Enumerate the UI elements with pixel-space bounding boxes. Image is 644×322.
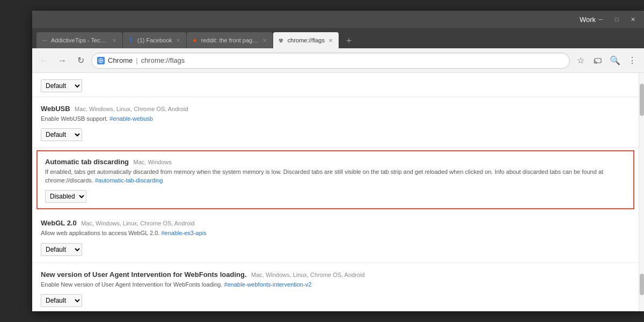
flag-desc-auto-tab-discard: If enabled, tabs get automatically disca… — [45, 168, 626, 185]
back-button[interactable]: ← — [36, 53, 52, 68]
flag-section-webgl2: WebGL 2.0 Mac, Windows, Linux, Chrome OS… — [32, 211, 639, 262]
url-site-name: Chrome — [108, 56, 133, 64]
flag-section-auto-tab-discard: Automatic tab discarding Mac, Windows If… — [36, 150, 634, 209]
scrollbar[interactable] — [639, 73, 644, 311]
flag-section-webfonts: New version of User Agent Intervention f… — [32, 263, 639, 311]
tab-favicon-flags: ☢ — [277, 36, 285, 44]
tab-close-facebook[interactable]: ✕ — [174, 36, 182, 44]
chrome-window: Work ─ □ ✕ ··· AddictiveTips - Tech tips… — [32, 11, 644, 311]
tab-facebook[interactable]: f (1) Facebook ✕ — [123, 32, 186, 48]
content-area: Default Enabled Disabled WebUSB Mac, Win… — [32, 73, 644, 311]
flag-link-auto-tab-discard[interactable]: #automatic-tab-discarding — [95, 177, 163, 184]
tab-close-reddit[interactable]: ✕ — [261, 36, 268, 44]
flag-dropdown-webusb[interactable]: Default Enabled Disabled — [41, 128, 82, 141]
flag-platform-webusb: Mac, Windows, Linux, Chrome OS, Android — [75, 106, 188, 112]
tab-close-flags[interactable]: ✕ — [327, 36, 334, 44]
tab-bar: ··· AddictiveTips - Tech tips ✕ f (1) Fa… — [32, 28, 644, 48]
tab-favicon-additivetips: ··· — [41, 36, 48, 44]
flag-platform-auto-tab-discard: Mac, Windows — [133, 159, 172, 165]
menu-button[interactable]: ⋮ — [625, 53, 640, 68]
flag-platform-webfonts: Mac, Windows, Linux, Chrome OS, Android — [251, 272, 365, 278]
tab-close-additivetips[interactable]: ✕ — [111, 36, 118, 44]
tab-favicon-facebook: f — [127, 36, 135, 44]
flag-name-webusb: WebUSB — [41, 105, 70, 113]
site-icon — [97, 57, 105, 64]
flag-link-webfonts[interactable]: #enable-webfonts-intervention-v2 — [224, 281, 312, 288]
tab-title-reddit: reddit: the front page of — [201, 37, 259, 43]
tab-reddit[interactable]: ● reddit: the front page of ✕ — [187, 32, 273, 48]
close-button[interactable]: ✕ — [626, 14, 640, 24]
flag-header-webgl2: WebGL 2.0 Mac, Windows, Linux, Chrome OS… — [41, 218, 630, 228]
window-controls: ─ □ ✕ — [594, 14, 640, 24]
flag-desc-webgl2: Allow web applications to access WebGL 2… — [41, 229, 630, 237]
flag-desc-webusb: Enable WebUSB support. #enable-webusb — [41, 115, 630, 123]
url-bar[interactable]: Chrome | chrome://flags — [91, 53, 570, 69]
top-dropdown[interactable]: Default Enabled Disabled — [41, 79, 82, 92]
flag-name-webgl2: WebGL 2.0 — [41, 219, 77, 227]
scrollbar-thumb-top — [640, 84, 644, 116]
scrollbar-thumb-bottom — [640, 274, 644, 295]
flag-section-webusb: WebUSB Mac, Windows, Linux, Chrome OS, A… — [32, 97, 639, 148]
maximize-button[interactable]: □ — [610, 14, 624, 24]
address-bar-actions: ☆ 🔍 ⋮ — [573, 53, 640, 68]
zoom-button[interactable]: 🔍 — [608, 53, 623, 68]
tab-favicon-reddit: ● — [191, 36, 199, 44]
address-bar: ← → ↻ Chrome | chrome://flags ☆ 🔍 ⋮ — [32, 48, 644, 73]
svg-rect-3 — [595, 58, 601, 63]
flag-name-webfonts: New version of User Agent Intervention f… — [41, 270, 247, 279]
url-separator: | — [136, 56, 137, 64]
new-tab-button[interactable]: + — [341, 33, 356, 48]
flag-dropdown-webgl2[interactable]: Default Enabled Disabled — [41, 243, 82, 256]
flag-header-auto-tab-discard: Automatic tab discarding Mac, Windows — [45, 157, 626, 166]
tab-title-additivetips: AddictiveTips - Tech tips — [51, 37, 108, 43]
top-section: Default Enabled Disabled — [32, 73, 639, 97]
flag-dropdown-webfonts[interactable]: Default Enabled Disabled — [41, 294, 82, 307]
title-bar: Work ─ □ ✕ — [32, 11, 644, 28]
flags-content: Default Enabled Disabled WebUSB Mac, Win… — [32, 73, 639, 311]
tab-additivetips[interactable]: ··· AddictiveTips - Tech tips ✕ — [36, 32, 122, 48]
flag-link-webusb[interactable]: #enable-webusb — [109, 115, 153, 122]
tab-title-flags: chrome://flags — [288, 37, 325, 43]
flag-link-webgl2[interactable]: #enable-es3-apis — [161, 230, 206, 236]
tab-title-facebook: (1) Facebook — [137, 37, 172, 43]
flag-name-auto-tab-discard: Automatic tab discarding — [45, 158, 129, 166]
forward-button[interactable]: → — [55, 53, 70, 68]
work-label: Work — [580, 16, 596, 24]
flag-header-webusb: WebUSB Mac, Windows, Linux, Chrome OS, A… — [41, 104, 630, 113]
flag-platform-webgl2: Mac, Windows, Linux, Chrome OS, Android — [81, 220, 195, 226]
flag-header-webfonts: New version of User Agent Intervention f… — [41, 269, 630, 279]
cast-button[interactable] — [590, 53, 605, 68]
tab-flags[interactable]: ☢ chrome://flags ✕ — [273, 32, 339, 48]
flag-desc-webfonts: Enable New version of User Agent Interve… — [41, 281, 630, 289]
bookmark-button[interactable]: ☆ — [573, 53, 588, 68]
reload-button[interactable]: ↻ — [73, 53, 88, 68]
url-path: chrome://flags — [141, 56, 185, 64]
flag-dropdown-auto-tab-discard[interactable]: Default Enabled Disabled — [45, 190, 86, 203]
